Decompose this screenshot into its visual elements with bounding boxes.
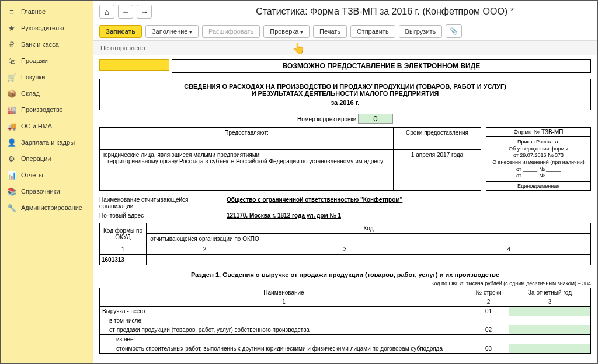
- person-icon: 👤: [7, 138, 16, 147]
- upload-button[interactable]: Выгрузить: [399, 25, 443, 38]
- sidebar-item-assets[interactable]: 🚚ОС и НМА: [1, 118, 93, 134]
- hc2: 2: [468, 298, 509, 307]
- row-of-name: из нее:: [100, 335, 468, 344]
- row-03-val[interactable]: [509, 344, 591, 354]
- sidebar-label: Зарплата и кадры: [21, 139, 75, 146]
- code-header: Код: [147, 223, 591, 234]
- provide-text: юридические лица, являющиеся малыми пред…: [100, 150, 394, 191]
- row-03-num: 03: [468, 344, 509, 354]
- org-name-row: Наименование отчитывающейся организации …: [99, 195, 591, 211]
- row-inc-val: [509, 316, 591, 326]
- home-button[interactable]: ⌂: [99, 5, 114, 19]
- write-button[interactable]: Записать: [99, 25, 142, 38]
- row-02-val[interactable]: [509, 326, 591, 335]
- electronic-banner: ВОЗМОЖНО ПРЕДОСТАВЛЕНИЕ В ЭЛЕКТРОННОМ ВИ…: [172, 59, 591, 73]
- addr-label: Почтовый адрес: [99, 212, 222, 219]
- sidebar-item-admin[interactable]: 🔧Администрирование: [1, 200, 93, 216]
- row-01-val[interactable]: [509, 307, 591, 316]
- row-inc-num: [468, 316, 509, 326]
- okpo-label: отчитывающейся организации по ОКПО: [147, 234, 263, 244]
- form-number-box: Форма № ТЗВ-МП Приказ Росстата: Об утвер…: [486, 127, 591, 191]
- changes-label: О внесении изменений (при наличии): [488, 159, 589, 166]
- approval-label: Об утверждении формы: [488, 146, 589, 153]
- from-line2: от _____ № _____: [488, 173, 589, 180]
- sidebar-item-directories[interactable]: 📚Справочники: [1, 183, 93, 200]
- provide-table: Предоставляют:Сроки предоставления юриди…: [99, 127, 481, 191]
- title-line2: И РЕЗУЛЬТАТАХ ДЕЯТЕЛЬНОСТИ МАЛОГО ПРЕДПР…: [103, 90, 587, 97]
- sidebar-label: Отчеты: [21, 172, 43, 178]
- sidebar-label: ОС и НМА: [21, 123, 52, 130]
- sidebar-label: Операции: [21, 155, 51, 162]
- okei-note: Код по ОКЕИ: тысяча рублей (с одним деся…: [99, 281, 591, 286]
- provide-header: Предоставляют:: [100, 128, 394, 150]
- decode-button[interactable]: Расшифровать: [202, 25, 260, 38]
- row-02-num: 02: [468, 326, 509, 335]
- ruble-icon: ₽: [7, 40, 16, 49]
- col-3: 3: [263, 244, 427, 255]
- status-bar: Не отправлено 👆: [93, 40, 597, 55]
- print-button[interactable]: Печать: [313, 25, 347, 38]
- chart-icon: 📊: [7, 170, 16, 180]
- sidebar-label: Главное: [21, 8, 46, 15]
- wrench-icon: 🔧: [7, 203, 16, 212]
- truck-icon: 🚚: [7, 121, 16, 131]
- status-text: Не отправлено: [100, 44, 145, 51]
- correction-input[interactable]: [358, 114, 393, 124]
- okpo-input[interactable]: [147, 255, 263, 265]
- okud-value: 1601313: [100, 255, 147, 265]
- sidebar-item-operations[interactable]: ⚙Операции: [1, 150, 93, 167]
- correction-label: Номер корректировки: [297, 116, 356, 123]
- sidebar-label: Администрирование: [21, 204, 82, 211]
- row-01-num: 01: [468, 307, 509, 316]
- hc1: 1: [100, 298, 468, 307]
- row-01-name: Выручка - всего: [100, 307, 468, 316]
- attach-button[interactable]: 📎: [446, 24, 462, 38]
- sidebar-item-production[interactable]: 🏭Производство: [1, 102, 93, 118]
- sidebar-item-warehouse[interactable]: 📦Склад: [1, 85, 93, 102]
- back-button[interactable]: ←: [118, 5, 133, 19]
- sidebar-item-salary[interactable]: 👤Зарплата и кадры: [1, 134, 93, 150]
- code4-input[interactable]: [427, 255, 591, 265]
- sidebar-item-reports[interactable]: 📊Отчеты: [1, 167, 93, 183]
- fill-button[interactable]: Заполнение: [145, 25, 199, 38]
- books-icon: 📚: [7, 187, 16, 196]
- sidebar-label: Продажи: [21, 57, 48, 64]
- list-icon: ≡: [7, 7, 16, 16]
- sidebar-item-sales[interactable]: 🛍Продажи: [1, 52, 93, 69]
- sidebar-item-bank[interactable]: ₽Банк и касса: [1, 36, 93, 52]
- sidebar-item-manager[interactable]: ★Руководителю: [1, 20, 93, 36]
- addr-value[interactable]: 121170, Москва г, 1812 года ул, дом № 1: [227, 212, 591, 219]
- gear-icon: ⚙: [7, 154, 16, 163]
- yellow-field[interactable]: [99, 59, 169, 71]
- forward-button[interactable]: →: [137, 5, 152, 19]
- code3-input[interactable]: [263, 255, 427, 265]
- send-button[interactable]: Отправить: [350, 25, 395, 38]
- section1-header: Раздел 1. Сведения о выручке от продажи …: [99, 271, 591, 278]
- correction-row: Номер корректировки: [99, 114, 591, 124]
- addr-row: Почтовый адрес 121170, Москва г, 1812 го…: [99, 211, 591, 220]
- row-of-num: [468, 335, 509, 344]
- okud-label: Код формы по ОКУД: [100, 223, 147, 244]
- sidebar-item-main[interactable]: ≡Главное: [1, 4, 93, 20]
- check-button[interactable]: Проверка: [263, 25, 310, 38]
- code-table: Код формы по ОКУДКод отчитывающейся орга…: [99, 223, 591, 265]
- row-02-name: от продажи продукции (товаров, работ, ус…: [100, 326, 468, 335]
- factory-icon: 🏭: [7, 105, 16, 114]
- cursor-icon: 👆: [292, 42, 305, 55]
- approval-date: от 29.07.2016 № 373: [488, 152, 589, 159]
- form-title-banner: СВЕДЕНИЯ О РАСХОДАХ НА ПРОИЗВОДСТВО И ПР…: [99, 79, 591, 110]
- row-inc-name: в том числе:: [100, 316, 468, 326]
- box-icon: 📦: [7, 89, 16, 98]
- row-of-val: [509, 335, 591, 344]
- onetime-label: Единовременная: [486, 181, 590, 190]
- sidebar-label: Руководителю: [21, 24, 64, 32]
- deadline-text: 1 апреля 2017 года: [394, 150, 481, 191]
- sidebar-item-purchases[interactable]: 🛒Покупки: [1, 69, 93, 85]
- toolbar: Записать Заполнение Расшифровать Проверк…: [93, 22, 597, 40]
- col-rownum: № строки: [468, 288, 509, 298]
- rosstat-label: Приказ Росстата:: [488, 139, 589, 146]
- org-name-value[interactable]: Общество с ограниченной ответственностью…: [227, 197, 591, 209]
- col-year: За отчетный год: [509, 288, 591, 298]
- col-4: 4: [427, 244, 591, 255]
- cart-icon: 🛒: [7, 72, 16, 82]
